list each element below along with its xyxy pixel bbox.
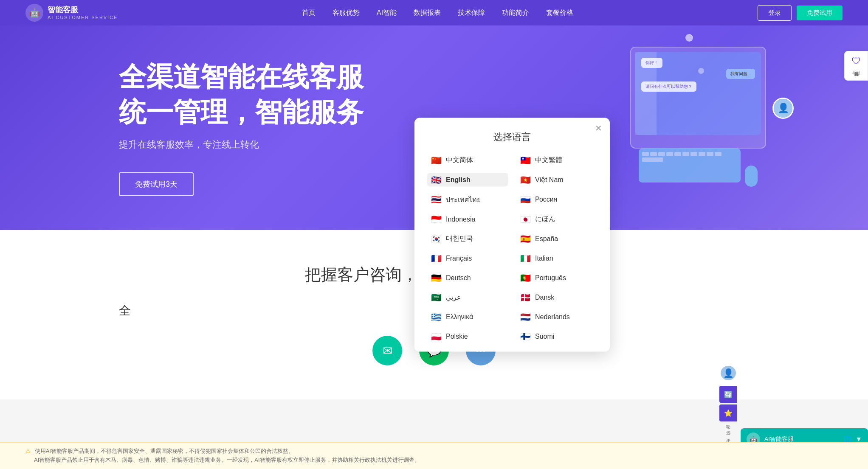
nav-item-ai[interactable]: AI智能 xyxy=(377,8,397,17)
lang-es[interactable]: 🇪🇸 España xyxy=(516,232,597,245)
lang-ru[interactable]: 🇷🇺 Россия xyxy=(516,192,597,206)
collapse-icon[interactable]: ▼ xyxy=(855,435,862,443)
key xyxy=(682,152,689,156)
key xyxy=(658,152,665,156)
notice-icon: ⚠ xyxy=(25,448,31,454)
user-avatar-icon: 👤 xyxy=(723,368,734,378)
notice-line2: AI智能客服产品禁止用于含有木马、病毒、色情、赌博、诈骗等违法违规业务。一经发现… xyxy=(34,457,420,463)
lang-label-vn: Việt Nam xyxy=(535,176,564,184)
key xyxy=(642,152,649,156)
lang-label-kr: 대한민국 xyxy=(446,234,473,243)
lang-zh-tw[interactable]: 🇹🇼 中文繁體 xyxy=(516,153,597,167)
lang-zh-cn[interactable]: 🇨🇳 中文简体 xyxy=(427,153,508,167)
chat-sidebar-btn1[interactable]: 🔄 xyxy=(719,386,737,403)
flag-it: 🇮🇹 xyxy=(520,253,531,263)
chat-user-avatar[interactable]: 👤 xyxy=(719,365,737,382)
lang-label-nl: Nederlands xyxy=(535,313,570,320)
nav-item-tech[interactable]: 技术保障 xyxy=(458,8,485,17)
language-modal: ✕ 选择语言 🇨🇳 中文简体 🇹🇼 中文繁體 🇬🇧 English 🇻🇳 Việ… xyxy=(414,118,610,351)
nav-item-report[interactable]: 数据报表 xyxy=(414,8,441,17)
hero-illustration: 你好！ 我有问题... 请问有什么可以帮助您？ xyxy=(622,30,783,199)
orb-2 xyxy=(698,68,704,74)
flag-vn: 🇻🇳 xyxy=(520,174,531,185)
free-trial-button[interactable]: 免费试用 xyxy=(797,6,843,20)
brand-logo[interactable]: 🤖 智能客服 AI CUSTOMER SERVICE xyxy=(25,4,118,22)
lang-label-fi: Suomi xyxy=(535,332,554,340)
lang-fr[interactable]: 🇫🇷 Français xyxy=(427,251,508,265)
lang-label-zh-cn: 中文简体 xyxy=(446,156,473,165)
monitor-shape: 你好！ 我有问题... 请问有什么可以帮助您？ xyxy=(630,47,766,149)
lang-it[interactable]: 🇮🇹 Italian xyxy=(516,251,597,265)
sidebar-strip xyxy=(635,52,657,135)
flag-id: 🇮🇩 xyxy=(431,214,442,224)
key xyxy=(690,152,697,156)
modal-close-button[interactable]: ✕ xyxy=(595,124,602,132)
nav-actions: 登录 免费试用 xyxy=(758,5,843,21)
report-badge[interactable]: 🛡 报告风险 举报 xyxy=(844,51,868,81)
lang-fi[interactable]: 🇫🇮 Suomi xyxy=(516,329,597,343)
lang-jp[interactable]: 🇯🇵 にほん xyxy=(516,212,597,226)
channel-email: ✉ xyxy=(372,336,402,365)
chat-sidebar-label: 轮选 xyxy=(719,424,737,436)
lang-th[interactable]: 🇹🇭 ประเทศไทย xyxy=(427,192,508,206)
lang-label-dk: Dansk xyxy=(535,293,554,301)
keyboard-keys xyxy=(639,149,741,165)
flag-pl: 🇵🇱 xyxy=(431,331,442,341)
lang-pt[interactable]: 🇵🇹 Português xyxy=(516,271,597,284)
lang-ar[interactable]: 🇸🇦 عربي xyxy=(427,290,508,304)
flag-dk: 🇩🇰 xyxy=(520,292,531,302)
logo-icon: 🤖 xyxy=(25,4,43,22)
login-button[interactable]: 登录 xyxy=(758,5,792,21)
lang-label-en: English xyxy=(446,176,471,183)
lang-en[interactable]: 🇬🇧 English xyxy=(427,173,508,186)
lang-label-pl: Polskie xyxy=(446,332,468,340)
brand-sub: AI CUSTOMER SERVICE xyxy=(48,15,118,20)
hero-trial-button[interactable]: 免费试用3天 xyxy=(119,172,194,196)
nav-item-advantage[interactable]: 客服优势 xyxy=(333,8,360,17)
report-badge-sub: 举报 xyxy=(852,70,860,76)
mouse-shape xyxy=(745,166,758,187)
lang-nl[interactable]: 🇳🇱 Nederlands xyxy=(516,310,597,323)
lang-label-id: Indonesia xyxy=(446,215,475,223)
notice-line1: 使用AI智能客服产品期间，不得危害国家安全、泄露国家秘密，不得侵犯国家社会集体和… xyxy=(35,448,294,454)
lang-label-jp: にほん xyxy=(535,215,555,224)
nav-item-home[interactable]: 首页 xyxy=(302,8,316,17)
lang-label-th: ประเทศไทย xyxy=(446,194,481,205)
lang-pl[interactable]: 🇵🇱 Polskie xyxy=(427,329,508,343)
flag-ru: 🇷🇺 xyxy=(520,194,531,205)
lang-label-gr: Ελληνικά xyxy=(446,313,473,320)
key xyxy=(666,152,673,156)
lang-gr[interactable]: 🇬🇷 Ελληνικά xyxy=(427,310,508,323)
language-grid: 🇨🇳 中文简体 🇹🇼 中文繁體 🇬🇧 English 🇻🇳 Việt Nam 🇹… xyxy=(427,153,597,343)
lang-vn[interactable]: 🇻🇳 Việt Nam xyxy=(516,173,597,186)
flag-fr: 🇫🇷 xyxy=(431,253,442,263)
key xyxy=(699,152,705,156)
key xyxy=(650,152,657,156)
chat-sidebar-btn2[interactable]: ⭐ xyxy=(719,404,737,421)
hero-avatar: 👤 xyxy=(772,98,794,119)
flag-zh-tw: 🇹🇼 xyxy=(520,155,531,165)
monitor-screen: 你好！ 我有问题... 请问有什么可以帮助您？ xyxy=(635,52,761,135)
lang-label-de: Deutsch xyxy=(446,274,471,281)
notice-bar: ⚠ 使用AI智能客服产品期间，不得危害国家安全、泄露国家秘密，不得侵犯国家社会集… xyxy=(0,442,868,469)
lang-label-ru: Россия xyxy=(535,196,557,203)
key xyxy=(674,152,681,156)
lang-kr[interactable]: 🇰🇷 대한민국 xyxy=(427,232,508,245)
flag-es: 🇪🇸 xyxy=(520,233,531,244)
flag-nl: 🇳🇱 xyxy=(520,312,531,322)
lang-de[interactable]: 🇩🇪 Deutsch xyxy=(427,271,508,284)
flag-jp: 🇯🇵 xyxy=(520,214,531,224)
flag-pt: 🇵🇹 xyxy=(520,272,531,283)
shield-icon: 🛡 xyxy=(851,56,861,67)
flag-gr: 🇬🇷 xyxy=(431,312,442,322)
lang-label-zh-tw: 中文繁體 xyxy=(535,156,562,165)
lang-id[interactable]: 🇮🇩 Indonesia xyxy=(427,212,508,226)
flag-ar: 🇸🇦 xyxy=(431,292,442,302)
nav-links: 首页 客服优势 AI智能 数据报表 技术保障 功能简介 套餐价格 xyxy=(302,8,573,17)
nav-item-pricing[interactable]: 套餐价格 xyxy=(546,8,573,17)
chat-left-sidebar: 👤 🔄 ⭐ 轮选 优选 xyxy=(719,365,737,450)
key-space xyxy=(642,157,663,162)
lang-label-ar: عربي xyxy=(446,293,461,301)
nav-item-features[interactable]: 功能简介 xyxy=(502,8,529,17)
lang-dk[interactable]: 🇩🇰 Dansk xyxy=(516,290,597,304)
